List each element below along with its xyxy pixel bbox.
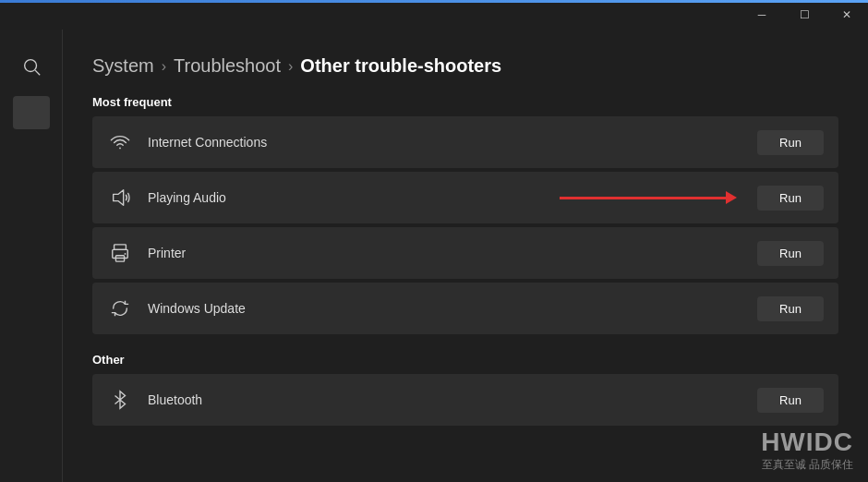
maximize-button[interactable]: ☐ (783, 0, 826, 30)
update-icon (107, 295, 133, 321)
item-printer: Printer Run (92, 227, 838, 279)
printer-icon (107, 240, 133, 266)
title-bar: ─ ☐ ✕ (741, 0, 868, 30)
item-internet-connections: Internet Connections Run (92, 116, 838, 168)
breadcrumb-system[interactable]: System (92, 55, 154, 77)
printer-label: Printer (148, 246, 757, 260)
breadcrumb-sep-2: › (288, 58, 293, 75)
run-bluetooth-button[interactable]: Run (757, 388, 824, 413)
top-accent-bar (0, 0, 868, 3)
minimize-button[interactable]: ─ (741, 0, 783, 30)
item-playing-audio: Playing Audio Run (92, 172, 838, 223)
most-frequent-list: Internet Connections Run Playing Audio R… (92, 116, 838, 334)
svg-point-2 (119, 148, 121, 150)
run-audio-button[interactable]: Run (757, 186, 824, 211)
windows-update-label: Windows Update (148, 301, 757, 316)
svg-point-7 (125, 253, 127, 255)
main-content: System › Troubleshoot › Other trouble-sh… (63, 30, 868, 482)
search-button[interactable] (13, 48, 50, 85)
svg-rect-4 (115, 245, 127, 250)
breadcrumb-current: Other trouble-shooters (300, 55, 501, 77)
run-printer-button[interactable]: Run (757, 241, 824, 266)
run-winupdate-button[interactable]: Run (757, 296, 824, 321)
arrow-line (560, 197, 726, 199)
other-label: Other (92, 353, 838, 367)
search-icon (21, 56, 42, 77)
internet-connections-label: Internet Connections (148, 135, 757, 150)
item-bluetooth: Bluetooth Run (92, 374, 838, 426)
red-arrow-indicator (560, 191, 737, 204)
item-windows-update: Windows Update Run (92, 283, 838, 334)
most-frequent-label: Most frequent (92, 95, 838, 109)
run-internet-button[interactable]: Run (757, 130, 824, 155)
breadcrumb-troubleshoot[interactable]: Troubleshoot (174, 55, 281, 77)
sidebar-nav-item (13, 96, 50, 129)
wifi-icon (107, 129, 133, 155)
close-button[interactable]: ✕ (826, 0, 868, 30)
svg-marker-3 (114, 190, 124, 206)
bluetooth-label: Bluetooth (148, 392, 757, 407)
other-list: Bluetooth Run (92, 374, 838, 426)
arrow-head (726, 191, 737, 204)
breadcrumb: System › Troubleshoot › Other trouble-sh… (92, 55, 838, 77)
svg-line-1 (35, 70, 40, 75)
audio-icon (107, 185, 133, 211)
svg-point-0 (24, 60, 36, 72)
breadcrumb-sep-1: › (162, 58, 166, 75)
bluetooth-icon (107, 387, 133, 413)
sidebar (0, 30, 63, 482)
